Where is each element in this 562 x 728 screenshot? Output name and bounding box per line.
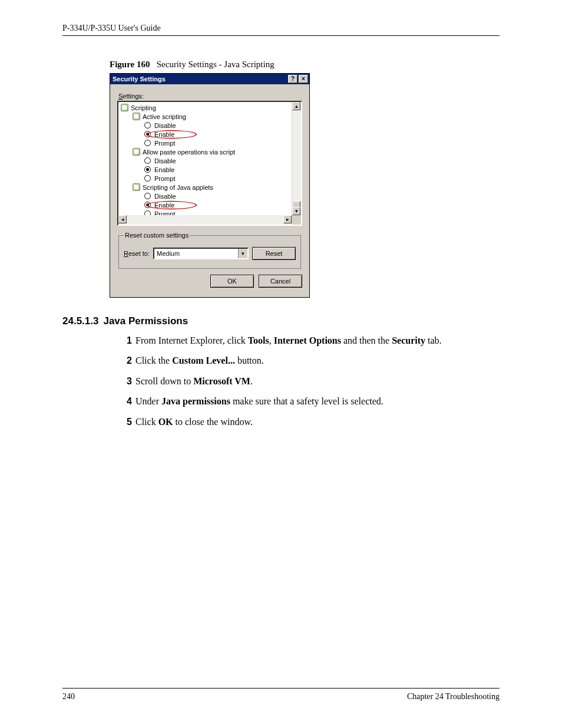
ok-button[interactable]: OK [210,275,254,288]
script-icon [133,148,140,156]
dialog-title: Security Settings [113,75,166,83]
radio-icon [144,166,151,173]
radio-icon [144,131,151,137]
page-number: 240 [62,692,75,701]
vertical-scrollbar[interactable]: ▴ ▾ [292,102,301,215]
tree-java-applets: Scripting of Java applets [120,183,292,192]
tree-active-scripting: Active scripting [120,112,292,121]
chapter-label: Chapter 24 Troubleshooting [407,692,500,701]
reset-button[interactable]: Reset [252,247,296,260]
step-number: 5 [121,416,132,429]
step-3: 3 Scroll down to Microsoft VM. [121,375,500,388]
radio-icon [144,140,151,146]
script-icon [133,183,140,191]
radio-icon [144,175,151,182]
help-button[interactable]: ? [288,75,297,83]
step-number: 3 [121,375,132,388]
reset-level-combo[interactable]: Medium ▾ [153,248,249,259]
page-footer: 240 Chapter 24 Troubleshooting [62,688,500,701]
cancel-button[interactable]: Cancel [259,275,302,288]
section-title: Java Permissions [103,315,188,327]
tree-content[interactable]: Scripting Active scripting Disable [118,102,292,215]
figure-title: Security Settings - Java Scripting [157,60,275,69]
step-5: 5 Click OK to close the window. [121,416,500,429]
script-icon [121,104,128,111]
radio-icon [144,122,151,129]
dialog-titlebar: Security Settings ? × [110,74,309,84]
reset-level-value: Medium [154,249,238,258]
radio-icon [144,193,151,199]
radio-prompt[interactable]: Prompt [120,209,292,215]
reset-group: Reset custom settings Reset to: Medium ▾… [118,232,301,269]
step-number: 4 [121,395,132,408]
step-4: 4 Under Java permissions make sure that … [121,395,500,408]
chevron-down-icon[interactable]: ▾ [238,249,247,258]
radio-prompt[interactable]: Prompt [120,139,292,147]
step-1: 1 From Internet Explorer, click Tools, I… [121,334,500,347]
close-button[interactable]: × [299,75,308,83]
scroll-left-button[interactable]: ◂ [118,215,127,223]
horizontal-scrollbar[interactable]: ◂ ▸ [118,215,292,225]
step-number: 1 [121,334,132,347]
section-number: 24.5.1.3 [62,315,98,327]
script-icon [133,113,140,120]
step-2: 2 Click the Custom Level... button. [121,354,500,367]
radio-disable[interactable]: Disable [120,156,292,165]
radio-disable[interactable]: Disable [120,121,292,130]
reset-legend: Reset custom settings [124,232,190,239]
radio-enable[interactable]: Enable [120,200,292,209]
step-number: 2 [121,354,132,367]
scroll-right-button[interactable]: ▸ [283,215,292,223]
figure-caption: Figure 160 Security Settings - Java Scri… [110,60,500,70]
tree-allow-paste: Allow paste operations via script [120,147,292,156]
radio-icon [144,157,151,164]
security-settings-dialog: Security Settings ? × Settings: Scriptin… [110,73,310,298]
section-heading: 24.5.1.3Java Permissions [62,315,500,327]
scroll-down-button[interactable]: ▾ [292,207,300,215]
settings-tree: Scripting Active scripting Disable [117,101,302,226]
settings-label: Settings: [118,93,302,100]
radio-icon [144,202,151,208]
radio-enable[interactable]: Enable [120,165,292,174]
reset-to-label: Reset to: [124,250,150,257]
figure-label: Figure 160 [110,60,150,69]
scroll-corner [292,215,301,225]
radio-disable[interactable]: Disable [120,192,292,200]
scroll-up-button[interactable]: ▴ [292,102,300,110]
radio-enable[interactable]: Enable [120,130,292,139]
tree-root: Scripting [120,103,292,112]
page-header: P-334U/P-335U User's Guide [62,24,500,36]
radio-prompt[interactable]: Prompt [120,174,292,183]
radio-icon [144,210,151,215]
